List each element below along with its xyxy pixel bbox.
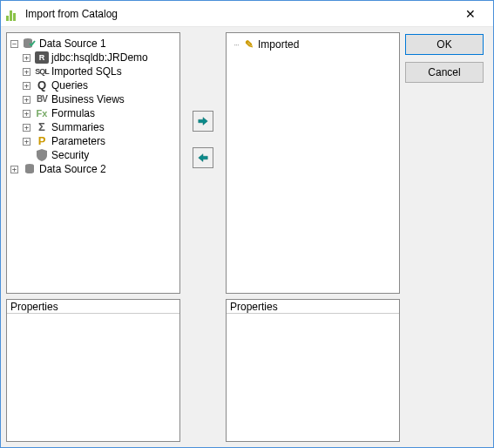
tree-node-formulas[interactable]: + Fx Formulas [21,106,178,120]
database-icon [23,163,37,175]
tree-label: Security [51,148,89,162]
arrow-right-icon [197,115,209,127]
shield-icon [35,149,49,161]
tree-node-data-source-2[interactable]: + Data Source 2 [9,162,178,176]
move-right-button[interactable] [193,111,213,132]
expand-icon[interactable]: + [10,166,18,173]
expand-icon[interactable]: + [23,54,30,62]
parameter-icon: P [35,135,49,147]
properties-body [7,314,179,441]
imported-icon: ✎ [242,38,256,51]
window-title: Import from Catalog [25,8,453,20]
properties-header: Properties [7,300,179,314]
left-column: − Data Source 1 + R jdbc:hsqldb:JRDemo [6,32,180,442]
right-properties-panel: Properties [226,299,400,442]
svg-point-5 [25,170,34,173]
arrow-left-icon [197,152,209,164]
tree-label: Formulas [51,106,95,120]
dialog-window: Import from Catalog ✕ − Data Source 1 [0,0,494,448]
tree-label: Summaries [51,120,105,134]
query-icon: Q [35,79,49,92]
connection-icon: R [35,51,49,64]
cancel-button[interactable]: Cancel [405,62,484,83]
action-buttons: OK Cancel [405,32,484,442]
tree-node-summaries[interactable]: + Σ Summaries [21,120,178,134]
properties-header: Properties [227,300,399,314]
tree-node-business-views[interactable]: + BV Business Views [21,92,178,106]
tree-connector: ··· [232,40,240,50]
tree-node-imported-sqls[interactable]: + SQL Imported SQLs [21,64,178,78]
tree-label: Queries [51,78,88,92]
target-tree[interactable]: ··· ✎ Imported [226,32,400,294]
expand-icon[interactable]: + [23,96,30,104]
app-icon [6,7,20,21]
dialog-body: − Data Source 1 + R jdbc:hsqldb:JRDemo [1,27,493,447]
tree-node-parameters[interactable]: + P Parameters [21,134,178,148]
tree-label: Parameters [51,134,105,148]
tree-label: Imported [258,38,299,51]
ok-button[interactable]: OK [405,34,484,55]
tree-label: Data Source 2 [39,162,106,176]
tree-label: Business Views [51,92,125,106]
sql-icon: SQL [35,65,49,78]
summary-icon: Σ [35,121,49,133]
tree-node-imported[interactable]: ··· ✎ Imported [228,37,397,52]
tree-label: Data Source 1 [39,37,106,51]
source-tree[interactable]: − Data Source 1 + R jdbc:hsqldb:JRDemo [6,32,180,294]
expand-icon[interactable]: + [23,110,30,118]
titlebar: Import from Catalog ✕ [1,1,493,27]
transfer-buttons [186,32,220,442]
tree-node-jdbc[interactable]: + R jdbc:hsqldb:JRDemo [21,51,178,64]
expand-icon[interactable]: + [23,68,30,76]
close-button[interactable]: ✕ [453,2,488,26]
tree-node-data-source-1[interactable]: − Data Source 1 [9,37,178,51]
expand-icon[interactable]: + [23,82,30,90]
tree-node-security[interactable]: Security [21,148,178,162]
formula-icon: Fx [35,107,49,119]
left-properties-panel: Properties [6,299,180,442]
database-check-icon [23,37,37,50]
right-column: ··· ✎ Imported Properties [226,32,400,442]
tree-label: Imported SQLs [51,64,122,78]
properties-body [227,314,399,441]
move-left-button[interactable] [193,147,213,168]
leaf-spacer [23,152,30,160]
tree-label: jdbc:hsqldb:JRDemo [51,51,148,64]
expand-icon[interactable]: + [23,124,30,132]
collapse-icon[interactable]: − [10,40,18,48]
expand-icon[interactable]: + [23,138,30,146]
tree-node-queries[interactable]: + Q Queries [21,78,178,92]
business-view-icon: BV [35,93,49,105]
